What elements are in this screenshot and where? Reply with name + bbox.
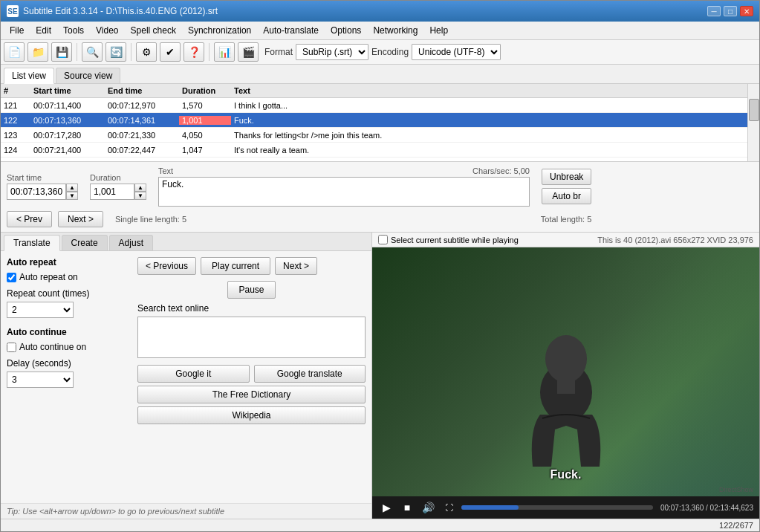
video-panel: Select current subtitle while playing Th… <box>372 233 759 519</box>
video-play-button[interactable]: ▶ <box>378 499 394 516</box>
scroll-bar[interactable] <box>747 84 759 161</box>
duration-label: Duration <box>90 173 146 182</box>
duration-up[interactable]: ▲ <box>134 184 146 192</box>
close-button[interactable]: ✕ <box>740 6 753 16</box>
search-text-label: Search text online <box>137 303 366 314</box>
next-play-button[interactable]: Next > <box>275 257 317 275</box>
menu-help[interactable]: Help <box>423 23 454 38</box>
help-button[interactable]: ❓ <box>183 42 204 62</box>
total-length: Total length: 5 <box>541 215 592 224</box>
minimize-button[interactable]: ─ <box>707 6 721 16</box>
replace-button[interactable]: 🔄 <box>105 42 126 62</box>
menu-tools[interactable]: Tools <box>57 23 90 38</box>
tab-list-view[interactable]: List view <box>4 68 54 84</box>
unbreak-button[interactable]: Unbreak <box>542 169 591 185</box>
duration-down[interactable]: ▼ <box>134 192 146 200</box>
toolbar-separator-3 <box>209 43 210 61</box>
repeat-count-select[interactable]: 1 2 3 4 5 <box>7 302 74 318</box>
menu-auto-translate[interactable]: Auto-translate <box>257 23 325 38</box>
check-button[interactable]: ✔ <box>160 42 181 62</box>
video-button[interactable]: 🎬 <box>238 42 259 62</box>
settings-button[interactable]: ⚙ <box>136 42 157 62</box>
search-text-input[interactable] <box>137 317 366 358</box>
format-label: Format <box>264 47 293 57</box>
start-time-input[interactable] <box>7 184 66 200</box>
previous-button[interactable]: < Previous <box>137 257 196 275</box>
tip-bar: Tip: Use <alt+arrow up/down> to go to pr… <box>1 503 371 519</box>
list-item[interactable]: 122 00:07:13,360 00:07:14,361 1,001 Fuck… <box>1 113 759 128</box>
translate-panel: Auto repeat Auto repeat on Repeat count … <box>1 251 371 503</box>
subtitle-overlay: Fuck. <box>372 468 759 481</box>
single-line-length: Single line length: 5 <box>115 215 186 224</box>
video-time-display: 00:07:13,360 / 02:13:44,623 <box>660 504 753 512</box>
maximize-button[interactable]: □ <box>724 6 737 16</box>
svg-point-1 <box>545 335 587 383</box>
video-fullscreen-button[interactable]: ⛶ <box>441 499 457 516</box>
select-current-checkbox[interactable] <box>378 235 388 244</box>
next-button[interactable]: Next > <box>58 211 103 227</box>
tab-translate[interactable]: Translate <box>4 235 60 251</box>
list-item[interactable]: 123 00:07:17,280 00:07:21,330 4,050 Than… <box>1 128 759 143</box>
chars-sec: Chars/sec: 5,00 <box>472 166 530 175</box>
prev-button[interactable]: < Prev <box>7 211 52 227</box>
edit-section: Start time ▲ ▼ Duration <box>1 162 759 233</box>
menu-file[interactable]: File <box>4 23 30 38</box>
list-item[interactable]: 124 00:07:21,400 00:07:22,447 1,047 It's… <box>1 143 759 158</box>
new-button[interactable]: 📄 <box>4 42 25 62</box>
google-it-button[interactable]: Google it <box>137 365 250 383</box>
auto-br-button[interactable]: Auto br <box>542 188 591 204</box>
view-tabs: List view Source view <box>1 65 759 84</box>
encoding-select[interactable]: Unicode (UTF-8) <box>412 44 501 60</box>
start-time-up[interactable]: ▲ <box>66 184 78 192</box>
video-volume-button[interactable]: 🔊 <box>420 499 436 516</box>
col-header-end: End time <box>105 85 179 96</box>
app-icon: SE <box>7 5 19 17</box>
play-current-button[interactable]: Play current <box>201 257 270 275</box>
start-time-label: Start time <box>7 173 78 182</box>
video-header: Select current subtitle while playing Th… <box>372 233 759 247</box>
wikipedia-button[interactable]: Wikipedia <box>137 406 366 424</box>
auto-continue-title: Auto continue <box>7 327 126 337</box>
video-progress-bar[interactable] <box>461 505 653 510</box>
svg-rect-2 <box>557 379 575 394</box>
start-time-down[interactable]: ▼ <box>66 192 78 200</box>
video-info: This is 40 (2012).avi 656x272 XVID 23,97… <box>597 236 753 244</box>
auto-repeat-checkbox[interactable] <box>7 273 16 282</box>
col-header-num: # <box>1 85 30 96</box>
tab-adjust[interactable]: Adjust <box>109 235 153 250</box>
find-button[interactable]: 🔍 <box>82 42 103 62</box>
auto-repeat-group: Auto repeat Auto repeat on Repeat count … <box>7 257 126 497</box>
duration-input[interactable] <box>90 184 134 200</box>
pause-button[interactable]: Pause <box>227 281 275 299</box>
select-current-label: Select current subtitle while playing <box>391 236 519 244</box>
waveform-button[interactable]: 📊 <box>214 42 235 62</box>
google-translate-button[interactable]: Google translate <box>254 365 366 383</box>
auto-continue-group: Auto continue Auto continue on Delay (se… <box>7 327 126 388</box>
tab-create[interactable]: Create <box>62 235 108 250</box>
open-button[interactable]: 📁 <box>27 42 48 62</box>
menu-spell-check[interactable]: Spell check <box>125 23 182 38</box>
menu-synchronization[interactable]: Synchronization <box>182 23 257 38</box>
toolbar-separator-2 <box>131 43 131 61</box>
video-stop-button[interactable]: ■ <box>399 499 415 516</box>
encoding-label: Encoding <box>371 47 409 57</box>
auto-repeat-checkbox-label: Auto repeat on <box>19 272 78 282</box>
menu-networking[interactable]: Networking <box>367 23 423 38</box>
list-item[interactable]: 121 00:07:11,400 00:07:12,970 1,570 I th… <box>1 98 759 113</box>
menu-options[interactable]: Options <box>325 23 367 38</box>
subtitle-text-input[interactable]: Fuck. <box>158 177 530 207</box>
save-button[interactable]: 💾 <box>51 42 72 62</box>
scroll-thumb[interactable] <box>749 99 759 121</box>
menu-video[interactable]: Video <box>90 23 124 38</box>
search-buttons: Google it Google translate The Free Dict… <box>137 365 366 424</box>
auto-continue-checkbox[interactable] <box>7 343 16 352</box>
menu-edit[interactable]: Edit <box>30 23 57 38</box>
text-label: Text <box>158 166 173 175</box>
window-title: Subtitle Edit 3.3.14 - D:\This.is.40.ENG… <box>23 6 218 16</box>
tab-source-view[interactable]: Source view <box>56 68 120 83</box>
toolbar-separator-1 <box>77 43 77 61</box>
format-select[interactable]: SubRip (.srt) <box>296 44 368 60</box>
free-dictionary-button[interactable]: The Free Dictionary <box>137 386 366 403</box>
delay-select[interactable]: 1 2 3 4 5 <box>7 372 74 388</box>
directshow-watermark: DirectShow <box>719 486 753 493</box>
